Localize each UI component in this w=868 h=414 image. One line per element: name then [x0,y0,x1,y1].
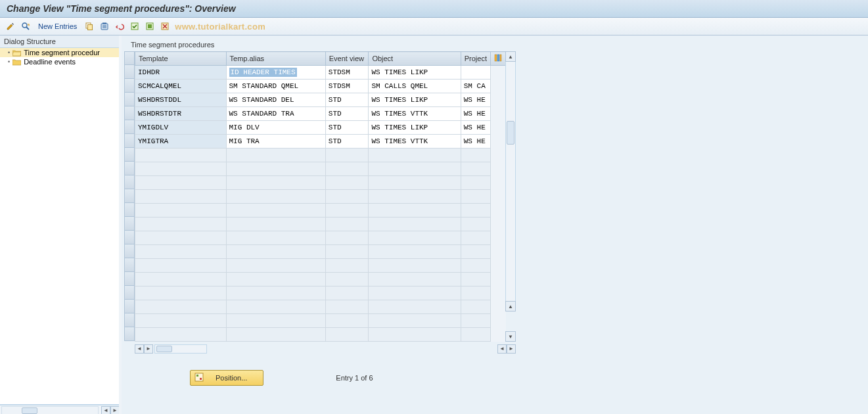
empty-cell[interactable] [461,287,490,300]
row-selector[interactable] [124,231,135,244]
cell-temp-alias[interactable]: WS STANDARD DEL [226,93,325,107]
empty-cell[interactable] [226,149,325,162]
empty-cell[interactable] [461,218,490,231]
cell-template[interactable]: SCMCALQMEL [135,80,227,93]
empty-cell[interactable] [226,245,325,259]
cell-temp-alias[interactable]: MIG TRA [226,135,325,149]
row-selector[interactable] [124,120,135,134]
empty-cell[interactable] [461,259,490,273]
row-selector[interactable] [124,272,135,286]
empty-cell[interactable] [135,162,227,176]
empty-cell[interactable] [226,162,325,176]
empty-cell[interactable] [135,204,227,218]
row-selector[interactable] [124,79,135,93]
copy-as-icon[interactable] [83,20,96,33]
table-row-empty[interactable] [135,300,506,314]
table-row-empty[interactable] [135,259,506,273]
empty-cell[interactable] [369,190,461,204]
row-selector[interactable] [124,189,135,203]
cell-project[interactable] [461,66,490,80]
empty-cell[interactable] [226,204,325,218]
table-row[interactable]: IDHDRID HEADER TIMESSTDSMWS TIMES LIKP [135,66,506,80]
row-selector[interactable] [124,134,135,148]
row-selector[interactable] [124,258,135,272]
empty-cell[interactable] [135,314,227,328]
empty-cell[interactable] [135,328,227,342]
col-header-temp-alias[interactable]: Temp.alias [226,52,325,66]
hscroll-left2-icon[interactable]: ◄ [497,344,507,354]
empty-cell[interactable] [135,176,227,190]
cell-project[interactable]: SM CA [461,80,490,93]
table-row-empty[interactable] [135,245,506,259]
row-selector[interactable] [124,300,135,313]
empty-cell[interactable] [325,300,369,314]
empty-cell[interactable] [461,190,490,204]
empty-cell[interactable] [369,259,461,273]
select-block-icon[interactable] [143,20,156,33]
empty-cell[interactable] [369,162,461,176]
table-row[interactable]: WSHDRSTDTRWS STANDARD TRASTDWS TIMES VTT… [135,107,506,121]
scroll-left-icon[interactable]: ◄ [101,406,110,415]
table-row[interactable]: YMIGDLVMIG DLVSTDWS TIMES LIKPWS HE [135,121,506,135]
row-selector[interactable] [124,313,135,327]
table-row-empty[interactable] [135,149,506,162]
col-header-project[interactable]: Project [461,52,490,66]
empty-cell[interactable] [461,176,490,190]
empty-cell[interactable] [369,328,461,342]
empty-cell[interactable] [369,149,461,162]
empty-cell[interactable] [226,231,325,245]
empty-cell[interactable] [325,231,369,245]
cell-project[interactable]: WS HE [461,93,490,107]
table-row-empty[interactable] [135,176,506,190]
empty-cell[interactable] [226,259,325,273]
row-selector[interactable] [124,244,135,258]
vscroll-track[interactable] [505,62,516,301]
table-row[interactable]: YMIGTRAMIG TRASTDWS TIMES VTTKWS HE [135,135,506,149]
empty-cell[interactable] [325,162,369,176]
empty-cell[interactable] [369,204,461,218]
cell-temp-alias[interactable]: ID HEADER TIMES [226,66,325,80]
cell-event-view[interactable]: STD [325,121,369,135]
empty-cell[interactable] [325,245,369,259]
cell-object[interactable]: SM CALLS QMEL [369,80,461,93]
cell-template[interactable]: IDHDR [135,66,227,80]
row-selector[interactable] [124,286,135,300]
col-header-object[interactable]: Object [369,52,461,66]
table-row[interactable]: WSHDRSTDDLWS STANDARD DELSTDWS TIMES LIK… [135,93,506,107]
hscroll-thumb[interactable] [156,346,172,352]
row-selector[interactable] [124,175,135,189]
cell-event-view[interactable]: STD [325,135,369,149]
vscroll-thumb[interactable] [507,121,514,145]
cell-object[interactable]: WS TIMES LIKP [369,121,461,135]
cell-temp-alias[interactable]: MIG DLV [226,121,325,135]
col-header-template[interactable]: Template [135,52,227,66]
empty-cell[interactable] [369,176,461,190]
empty-cell[interactable] [369,273,461,287]
empty-cell[interactable] [461,300,490,314]
hscroll-left-icon[interactable]: ◄ [135,344,144,354]
row-selector[interactable] [124,217,135,231]
empty-cell[interactable] [325,287,369,300]
scroll-up2-icon[interactable]: ▲ [505,301,516,311]
table-config-icon[interactable] [490,52,505,66]
empty-cell[interactable] [325,204,369,218]
empty-cell[interactable] [135,190,227,204]
table-row-empty[interactable] [135,162,506,176]
undo-icon[interactable] [113,20,126,33]
cell-template[interactable]: YMIGTRA [135,135,227,149]
row-selector[interactable] [124,106,135,120]
cell-object[interactable]: WS TIMES LIKP [369,66,461,80]
cell-object[interactable]: WS TIMES LIKP [369,93,461,107]
empty-cell[interactable] [135,300,227,314]
empty-cell[interactable] [325,328,369,342]
cell-temp-alias[interactable]: SM STANDARD QMEL [226,80,325,93]
empty-cell[interactable] [325,218,369,231]
empty-cell[interactable] [325,273,369,287]
empty-cell[interactable] [226,218,325,231]
table-row-empty[interactable] [135,231,506,245]
table-row-empty[interactable] [135,328,506,342]
empty-cell[interactable] [369,314,461,328]
empty-cell[interactable] [226,300,325,314]
cell-event-view[interactable]: STD [325,107,369,121]
empty-cell[interactable] [461,314,490,328]
